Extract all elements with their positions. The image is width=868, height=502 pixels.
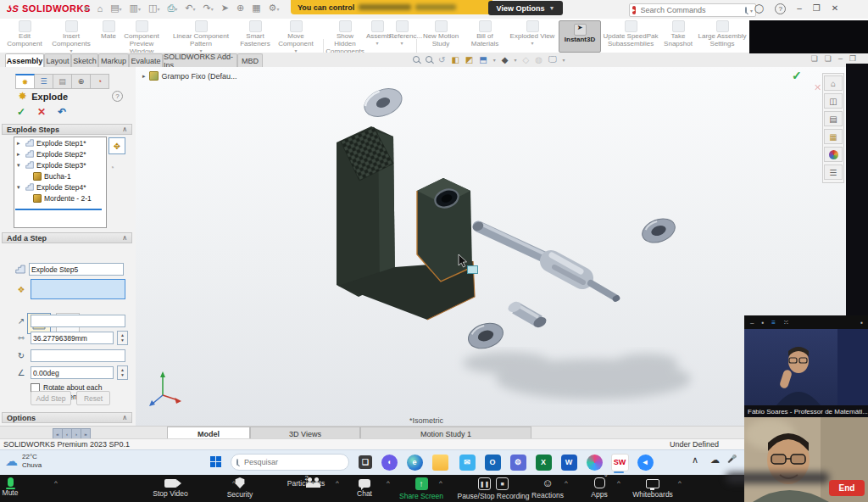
tab-mbd[interactable]: MBD — [237, 53, 263, 67]
security-button[interactable]: Security — [219, 477, 261, 499]
distance-input[interactable] — [31, 332, 114, 344]
open-file-icon[interactable]: ▥▾ — [130, 3, 141, 14]
search-commands-box[interactable]: ▸ ▾ — [629, 3, 756, 17]
settings-button[interactable]: ⚙ — [509, 453, 527, 471]
design-library-icon[interactable]: ◫ — [824, 93, 843, 109]
tree-item-bucha[interactable]: Bucha-1 — [14, 170, 106, 181]
word-button[interactable]: W — [559, 453, 578, 471]
pm-tab-configurations[interactable]: ▤ — [53, 74, 72, 89]
doc-minimize-icon[interactable]: – — [838, 54, 843, 63]
redo-icon[interactable]: ↷▾ — [203, 3, 214, 14]
ribbon-bill-of-materials[interactable]: Bill of Materials — [465, 20, 505, 48]
panel-expand-icon[interactable]: ▪ — [860, 319, 863, 326]
pm-tab-displaymanager[interactable]: ◔ — [91, 74, 109, 89]
part-washer[interactable] — [360, 83, 406, 121]
close-button[interactable]: ✕ — [832, 3, 838, 14]
ribbon-show-hidden-components[interactable]: Show Hidden Components — [326, 20, 364, 56]
onedrive-cloud-icon[interactable]: ☁ — [710, 455, 720, 466]
share-options-chevron[interactable]: ^ — [439, 479, 442, 487]
add-step-button[interactable]: Add Step — [31, 391, 71, 405]
part-bearing-ring-2[interactable] — [465, 319, 507, 353]
apps-button[interactable]: Apps — [583, 477, 615, 499]
pm-tab-propertymanager[interactable]: ✸ — [15, 74, 35, 89]
panel-minimize-icon[interactable]: – — [750, 319, 754, 326]
weather-widget[interactable]: ☁ 22°CChuva — [5, 453, 42, 469]
mute-button[interactable]: Mute — [0, 477, 29, 497]
ribbon-reference-geometry[interactable]: Referenc...▾ — [389, 20, 415, 47]
file-properties-icon[interactable]: ▦ — [252, 3, 260, 14]
explode-direction-button[interactable]: ✥ — [108, 137, 125, 154]
pm-help-icon[interactable]: ? — [112, 91, 123, 102]
part-bearing-ring-1[interactable] — [639, 215, 678, 247]
outlook-button[interactable]: O — [483, 453, 502, 471]
participants-button[interactable]: 2 Participants — [280, 477, 332, 488]
tree-item-mordente[interactable]: Mordente - 2-1 — [14, 192, 106, 204]
hide-show-items-icon[interactable]: ◇ — [522, 55, 529, 64]
panel-gallery-view-icon[interactable]: ⁙ — [783, 319, 789, 326]
tab-evaluate[interactable]: Evaluate — [129, 53, 163, 67]
mail-button[interactable]: ✉ — [458, 453, 476, 471]
tab-markup[interactable]: Markup — [98, 53, 129, 67]
options-gear-icon[interactable]: ⚙▾ — [269, 3, 280, 14]
reactions-options-chevron[interactable]: ^ — [565, 479, 568, 487]
pause-recording-icon[interactable]: ❚❚ — [478, 477, 491, 490]
ribbon-update-speedpak[interactable]: Update SpeedPak Subassemblies — [603, 20, 659, 48]
end-meeting-button[interactable]: End — [829, 480, 865, 496]
expand-arrow-icon[interactable]: ▸ — [17, 151, 23, 158]
angle-input[interactable] — [31, 366, 114, 379]
dynamic-annotation-icon[interactable]: ◩ — [465, 55, 473, 64]
step-name-input[interactable] — [29, 263, 124, 276]
part-clamp-body[interactable] — [337, 126, 475, 320]
excel-button[interactable]: X — [534, 453, 553, 471]
display-style-icon[interactable]: ◆ — [502, 55, 509, 64]
file-explorer-icon[interactable]: ▤ — [824, 111, 843, 126]
rotation-axis-input[interactable] — [31, 349, 125, 362]
teams-chat-button[interactable]: ◖ — [380, 453, 398, 471]
view-options-button[interactable]: View Options▼ — [488, 1, 563, 15]
tray-expand-icon[interactable]: ∧ — [692, 455, 698, 466]
mute-options-chevron[interactable]: ^ — [54, 479, 58, 487]
restore-button[interactable]: ❐ — [813, 3, 821, 14]
pm-ok-button[interactable]: ✓ — [17, 106, 25, 118]
ribbon-linear-component-pattern[interactable]: Linear Component Pattern▾ — [164, 20, 237, 54]
explode-steps-tree[interactable]: ▸Explode Step1* ▸Explode Step2* ▾Explode… — [14, 137, 107, 228]
smart-explode-icon[interactable]: ◔ — [109, 163, 114, 172]
taskbar-search[interactable] — [231, 454, 349, 471]
ribbon-move-component[interactable]: Move Component▾ — [272, 20, 320, 54]
tab-layout[interactable]: Layout — [44, 53, 71, 67]
copilot-button[interactable] — [585, 453, 604, 471]
ribbon-exploded-view[interactable]: Exploded View▾ — [509, 20, 556, 47]
pm-undo-button[interactable]: ↶ — [58, 106, 66, 118]
ribbon-take-snapshot[interactable]: Take Snapshot — [661, 20, 695, 48]
stop-recording-icon[interactable]: ■ — [496, 477, 509, 490]
ribbon-instant3d[interactable]: ➤Instant3D — [559, 20, 601, 53]
collapse-arrow-icon[interactable]: ▾ — [17, 162, 23, 169]
section-view-icon[interactable]: ◧ — [451, 55, 459, 64]
panel-speaker-view-icon[interactable]: ▪ — [761, 319, 764, 326]
appearances-icon[interactable] — [824, 147, 843, 162]
explode-steps-header[interactable]: Explode Steps∧ — [2, 124, 132, 135]
new-file-icon[interactable]: ▤▾ — [110, 3, 121, 14]
ribbon-assembly-features[interactable]: Assemb...▾ — [366, 20, 388, 47]
part-pin-cylinder[interactable] — [506, 299, 548, 329]
view-palette-icon[interactable]: ▦ — [824, 129, 843, 144]
recording-controls[interactable]: ❚❚ ■ Pause/Stop Recording — [453, 477, 534, 500]
ribbon-edit-component[interactable]: Edit Component — [5, 20, 44, 48]
ribbon-large-assembly-settings[interactable]: Large Assembly Settings — [698, 20, 747, 48]
angle-spinner[interactable]: ▲▼ — [117, 365, 128, 380]
tab-assembly[interactable]: Assembly — [5, 53, 44, 67]
pm-cancel-button[interactable]: ✕ — [37, 106, 46, 118]
direction-input[interactable] — [31, 315, 125, 327]
chat-options-chevron[interactable]: ^ — [387, 479, 390, 487]
undo-icon[interactable]: ↶▾ — [185, 3, 195, 14]
options-header[interactable]: Options∧ — [2, 412, 132, 423]
search-icon[interactable] — [745, 7, 747, 14]
tab-solidworks-addins[interactable]: SOLIDWORKS Add-Ins — [163, 53, 237, 67]
search-commands-input[interactable] — [639, 5, 742, 15]
reactions-button[interactable]: ☺ Reactions — [527, 477, 568, 499]
tree-item-step3[interactable]: ▾Explode Step3* — [14, 159, 106, 170]
search-chevron-icon[interactable]: ▾ — [750, 8, 753, 14]
chat-button[interactable]: Chat — [346, 477, 383, 498]
tree-item-step4[interactable]: ▾Explode Step4* — [14, 181, 106, 192]
edge-button[interactable]: e — [405, 453, 424, 471]
